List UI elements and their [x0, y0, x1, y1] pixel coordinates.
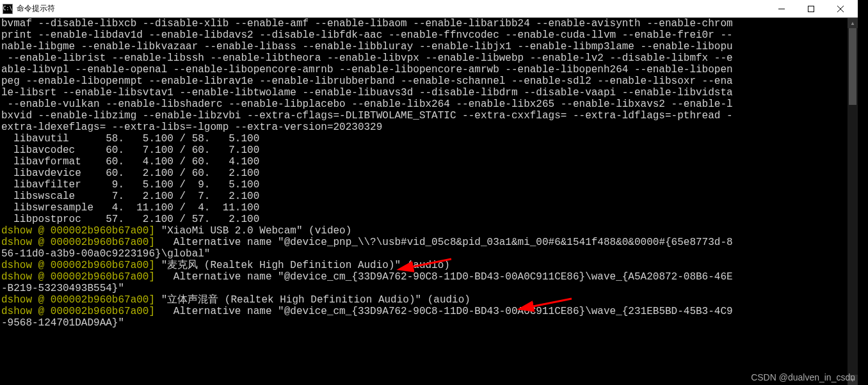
command-prompt-window: C:\ 命令提示符 bvmaf --disable-libxcb --disab…	[0, 0, 858, 385]
window-controls	[767, 0, 855, 18]
vertical-scrollbar[interactable]: ▲ ▼	[848, 18, 858, 385]
svg-rect-1	[808, 6, 814, 12]
scrollbar-thumb[interactable]	[849, 28, 856, 105]
scrollbar-up-button[interactable]: ▲	[848, 18, 858, 28]
scrollbar-track[interactable]	[848, 28, 858, 375]
close-button[interactable]	[826, 0, 855, 18]
minimize-button[interactable]	[767, 0, 796, 18]
watermark-text: CSDN @dualven_in_csdn	[751, 372, 855, 382]
app-icon: C:\	[3, 4, 13, 14]
svg-line-2	[837, 6, 844, 12]
console-output[interactable]: bvmaf --disable-libxcb --disable-xlib --…	[0, 18, 848, 385]
titlebar[interactable]: C:\ 命令提示符	[0, 0, 858, 18]
window-title: 命令提示符	[17, 3, 767, 14]
right-black-strip	[858, 0, 868, 385]
svg-line-3	[837, 6, 844, 12]
maximize-button[interactable]	[796, 0, 826, 18]
